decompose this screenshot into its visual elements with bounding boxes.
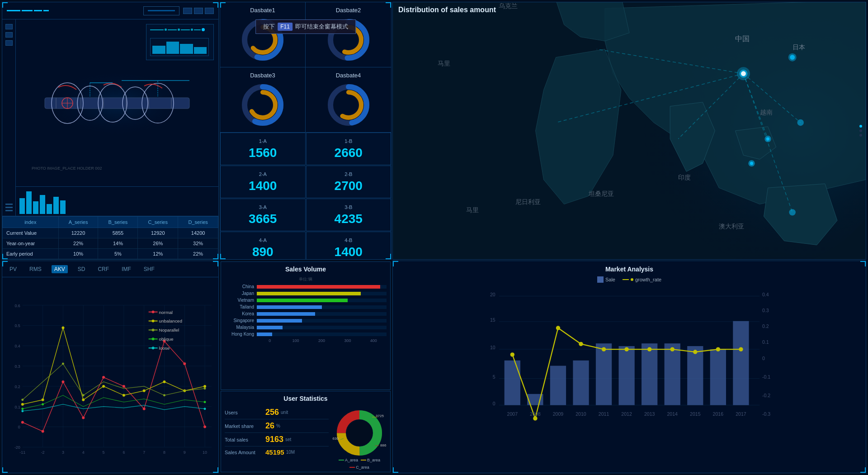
bar-hongkong: Hong Kong — [225, 332, 387, 337]
svg-point-141 — [152, 347, 155, 349]
svg-point-115 — [163, 380, 166, 383]
bar-2009 — [550, 366, 566, 405]
svg-text:0.3: 0.3 — [14, 364, 20, 369]
svg-point-101 — [82, 417, 85, 419]
tab-pv[interactable]: PV — [7, 265, 19, 273]
bar-korea: Korea — [225, 311, 387, 316]
gauge-title-4: Dasbate4 — [336, 72, 361, 79]
svg-text:2015: 2015 — [690, 411, 701, 417]
svg-text:2007: 2007 — [507, 411, 518, 417]
col-b: B_series — [98, 217, 138, 228]
svg-text:8: 8 — [163, 450, 165, 455]
svg-point-127 — [204, 408, 206, 410]
svg-text:越南: 越南 — [760, 109, 773, 116]
mechanical-panel: PHOTO IMAGE_PLACE HOLDER 002 inde — [2, 2, 219, 260]
svg-text:0: 0 — [18, 425, 20, 429]
svg-point-124 — [42, 403, 44, 405]
tab-crf[interactable]: CRF — [95, 265, 112, 273]
gauges-panel: 按下 F11 即可结束全窗幕模式 Dasbate1 Dasbate2 — [220, 2, 392, 260]
svg-point-103 — [123, 385, 125, 388]
svg-point-108 — [21, 403, 24, 406]
bar-2014 — [665, 343, 680, 405]
svg-point-98 — [21, 421, 24, 424]
bar-japan: Japan — [225, 291, 387, 296]
ustat-market-share: Market share 26 % — [225, 419, 329, 433]
bar-vietnam: Vietnam — [225, 298, 387, 303]
svg-point-107 — [203, 426, 206, 428]
svg-text:0.4: 0.4 — [14, 344, 20, 348]
linechart-panel: PV RMS AKV SD CRF IMF SHF — [2, 261, 219, 473]
legend-b: B_area — [367, 458, 380, 462]
bar-2012 — [618, 346, 634, 405]
svg-text:7: 7 — [143, 450, 145, 455]
mini-bar-3 — [33, 201, 38, 214]
slide-dot-2[interactable] — [859, 134, 862, 137]
mini-bar-2 — [26, 191, 32, 214]
control-btn-1[interactable] — [5, 24, 13, 29]
svg-point-50 — [789, 209, 795, 215]
user-donut-chart: 3725 5630 8865 — [332, 406, 387, 460]
svg-point-110 — [61, 326, 64, 329]
svg-point-172 — [510, 352, 514, 356]
svg-text:-20: -20 — [14, 445, 20, 450]
row-label-early: Early period — [3, 249, 59, 259]
svg-point-111 — [82, 399, 85, 401]
tab-shf[interactable]: SHF — [141, 265, 157, 273]
svg-text:-0.3: -0.3 — [762, 411, 770, 417]
svg-text:-0.2: -0.2 — [762, 393, 770, 398]
bar-singapore: Singapore — [225, 318, 387, 323]
svg-point-179 — [670, 347, 675, 351]
control-btn-2[interactable] — [5, 32, 13, 38]
mini-bar-6 — [53, 197, 59, 214]
mini-bar-7 — [60, 200, 66, 214]
control-btn-3[interactable] — [5, 40, 13, 46]
bar-2010 — [573, 361, 589, 405]
user-stats-title: User Statistics — [225, 395, 387, 402]
slide-dot-1[interactable] — [859, 129, 862, 132]
tab-row: PV RMS AKV SD CRF IMF SHF — [2, 261, 218, 277]
svg-point-42 — [741, 71, 746, 76]
svg-point-138 — [152, 337, 155, 340]
svg-point-123 — [21, 408, 24, 410]
svg-text:2013: 2013 — [644, 411, 655, 417]
bar-2017 — [733, 321, 749, 405]
gauge-title-1: Dasbate1 — [250, 7, 275, 14]
tab-imf[interactable]: IMF — [119, 265, 134, 273]
num-cell-4b: 4-B 1400 — [306, 232, 392, 260]
market-panel: Market Analysis Sale growth_rate 20 15 1… — [392, 261, 866, 473]
svg-point-177 — [624, 347, 628, 351]
svg-point-126 — [21, 410, 24, 412]
market-chart-svg: 20 15 10 5 0 0.4 0.3 0.2 0.1 0 -0.1 -0.2… — [397, 285, 861, 461]
bar-malaysia: Malaysia — [225, 325, 387, 330]
svg-text:2012: 2012 — [621, 411, 632, 417]
slide-dot-active[interactable] — [859, 125, 862, 128]
svg-text:15: 15 — [490, 317, 495, 323]
svg-point-114 — [143, 390, 146, 392]
svg-text:2011: 2011 — [599, 411, 609, 417]
svg-point-31 — [336, 92, 361, 118]
svg-text:-2: -2 — [41, 450, 45, 455]
svg-point-176 — [602, 347, 606, 351]
svg-text:unbalanced: unbalanced — [159, 318, 182, 323]
tab-sd[interactable]: SD — [75, 265, 88, 273]
tab-akv[interactable]: AKV — [52, 265, 68, 273]
svg-text:印度: 印度 — [678, 174, 691, 181]
svg-text:4: 4 — [82, 450, 85, 455]
mini-bar-5 — [47, 204, 52, 214]
svg-point-147 — [347, 420, 372, 446]
svg-text:2017: 2017 — [736, 411, 746, 417]
svg-text:5: 5 — [493, 374, 495, 380]
svg-text:0.6: 0.6 — [14, 304, 20, 308]
gauge-3 — [240, 82, 285, 128]
col-index: index — [3, 217, 59, 228]
svg-text:0.2: 0.2 — [14, 385, 20, 389]
svg-point-125 — [204, 401, 206, 403]
num-cell-2b: 2-B 2700 — [306, 166, 392, 198]
tab-rms[interactable]: RMS — [27, 265, 44, 273]
world-map: 马里 尼日利亚 坦桑尼亚 印度 中国 日本 越南 澳大利亚 哈萨克斯坦 乌克兰 … — [393, 2, 866, 259]
svg-text:-0.1: -0.1 — [762, 374, 770, 380]
svg-text:0.2: 0.2 — [762, 323, 769, 329]
svg-text:澳大利亚: 澳大利亚 — [719, 223, 744, 230]
svg-text:loose: loose — [159, 346, 170, 351]
svg-point-120 — [82, 394, 85, 396]
